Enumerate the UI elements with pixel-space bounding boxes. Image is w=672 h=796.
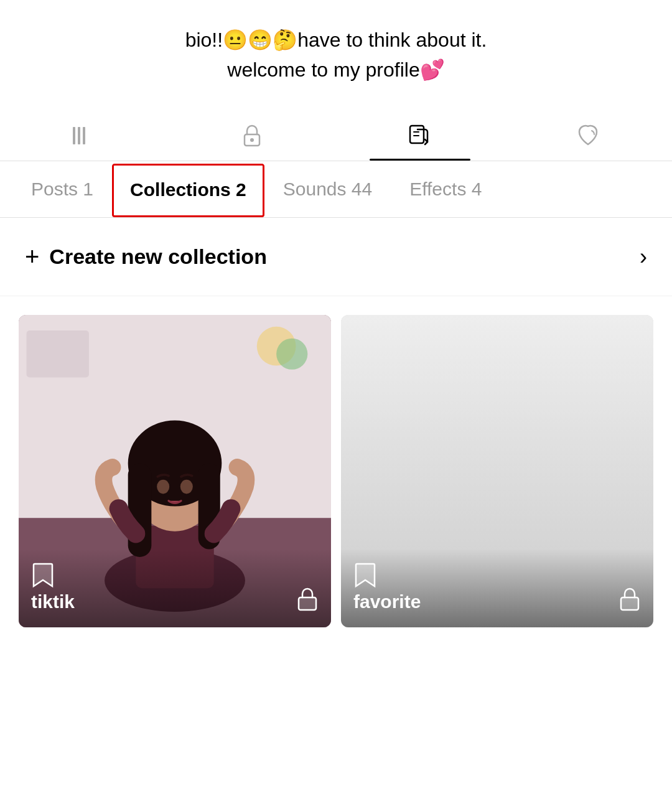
lock-icon (237, 121, 267, 151)
collection-name-tiktik: tiktik (31, 591, 75, 612)
svg-rect-23 (299, 597, 316, 610)
svg-rect-2 (83, 127, 85, 144)
collection-name-favorite: favorite (353, 591, 421, 612)
svg-point-4 (250, 138, 254, 142)
liked-icon (573, 121, 603, 151)
plus-icon: + (25, 243, 39, 271)
repost-icon (405, 121, 435, 151)
svg-rect-26 (621, 597, 638, 610)
tab-collections[interactable]: Collections 2 (112, 164, 264, 217)
tab-icon-liked[interactable] (504, 110, 672, 161)
create-collection-label: + Create new collection (25, 243, 267, 271)
bio-line2: welcome to my profile💕 (37, 55, 635, 85)
svg-rect-19 (128, 463, 152, 557)
create-collection-button[interactable]: + Create new collection › (0, 218, 672, 296)
bio-section: bio!!😐😁🤔have to think about it. welcome … (0, 0, 672, 103)
tab-effects[interactable]: Effects 4 (391, 161, 500, 217)
collections-grid: tiktik (0, 296, 672, 646)
bio-line1: bio!!😐😁🤔have to think about it. (37, 25, 635, 55)
svg-point-13 (276, 339, 307, 370)
collection-card-overlay: tiktik (19, 549, 331, 627)
lock-icon (618, 586, 641, 612)
svg-point-22 (180, 480, 193, 494)
svg-rect-11 (27, 330, 89, 377)
sub-tabs: Posts 1 Collections 2 Sounds 44 Effects … (0, 161, 672, 218)
svg-rect-0 (73, 127, 75, 144)
bookmark-icon (31, 561, 55, 589)
create-collection-text: Create new collection (49, 245, 267, 269)
collection-card-favorite[interactable]: favorite (341, 315, 653, 627)
svg-rect-5 (410, 126, 424, 143)
tab-posts[interactable]: Posts 1 (12, 161, 112, 217)
svg-rect-1 (78, 127, 80, 144)
tab-icon-grid[interactable] (0, 110, 168, 161)
tab-icon-private[interactable] (168, 110, 336, 161)
icon-tabs (0, 103, 672, 161)
svg-point-21 (157, 480, 169, 494)
collection-card-overlay-favorite: favorite (341, 549, 653, 627)
lock-icon (296, 586, 319, 612)
tab-sounds[interactable]: Sounds 44 (264, 161, 391, 217)
bookmark-icon (353, 561, 377, 589)
grid-icon (69, 121, 99, 151)
tab-icon-repost[interactable] (336, 110, 504, 161)
collection-card-tiktik[interactable]: tiktik (19, 315, 331, 627)
chevron-right-icon: › (640, 244, 647, 270)
